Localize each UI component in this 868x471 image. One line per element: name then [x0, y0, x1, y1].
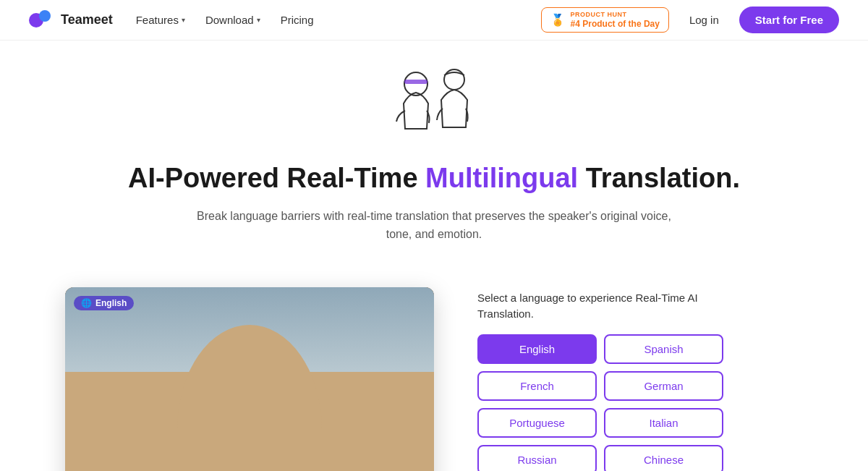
- lang-button-portuguese[interactable]: Portuguese: [477, 408, 597, 438]
- nav-pricing[interactable]: Pricing: [281, 14, 314, 26]
- lang-button-russian[interactable]: Russian: [477, 445, 597, 471]
- chevron-down-icon: ▾: [182, 16, 185, 24]
- language-selector: Select a language to experience Real-Tim…: [477, 287, 803, 471]
- hero-headline: AI-Powered Real-Time Multilingual Transl…: [14, 162, 854, 195]
- hero-illustration: [14, 64, 854, 150]
- lang-button-spanish[interactable]: Spanish: [604, 334, 723, 364]
- lang-button-french[interactable]: French: [477, 371, 597, 401]
- logo[interactable]: Teameet: [29, 10, 113, 30]
- hero-illustration-svg: [376, 64, 492, 150]
- chevron-down-icon: ▾: [257, 16, 260, 24]
- navbar: Teameet Features ▾ Download ▾ Pricing 🏅 …: [0, 0, 868, 41]
- lang-button-german[interactable]: German: [604, 371, 723, 401]
- svg-rect-1: [404, 80, 427, 84]
- logo-icon: [29, 10, 55, 30]
- video-container: 🌐 English: [65, 287, 434, 471]
- main-section: 🌐 English Select a language to experienc…: [36, 276, 832, 471]
- lang-button-english[interactable]: English: [477, 334, 597, 364]
- navbar-left: Teameet Features ▾ Download ▾ Pricing: [29, 10, 313, 30]
- lang-button-chinese[interactable]: Chinese: [604, 445, 723, 471]
- login-button[interactable]: Log in: [681, 9, 728, 30]
- video-frame: 🌐 English: [65, 287, 434, 471]
- product-hunt-badge[interactable]: 🏅 PRODUCT HUNT #4 Product of the Day: [541, 7, 669, 33]
- logo-text: Teameet: [61, 12, 113, 27]
- start-free-button[interactable]: Start for Free: [739, 7, 839, 33]
- video-background: [65, 287, 434, 471]
- hero-subtitle: Break language barriers with real-time t…: [188, 207, 680, 244]
- globe-icon: 🌐: [81, 298, 92, 308]
- language-selector-title: Select a language to experience Real-Tim…: [477, 290, 709, 323]
- product-hunt-icon: 🏅: [550, 13, 565, 27]
- lang-button-italian[interactable]: Italian: [604, 408, 723, 438]
- hero-section: AI-Powered Real-Time Multilingual Transl…: [0, 41, 868, 276]
- nav-download[interactable]: Download ▾: [205, 14, 260, 26]
- language-grid: EnglishSpanishFrenchGermanPortugueseItal…: [477, 334, 723, 471]
- nav-links: Features ▾ Download ▾ Pricing: [136, 14, 314, 26]
- navbar-right: 🏅 PRODUCT HUNT #4 Product of the Day Log…: [541, 7, 839, 33]
- video-language-label: 🌐 English: [74, 296, 134, 310]
- nav-features[interactable]: Features ▾: [136, 14, 185, 26]
